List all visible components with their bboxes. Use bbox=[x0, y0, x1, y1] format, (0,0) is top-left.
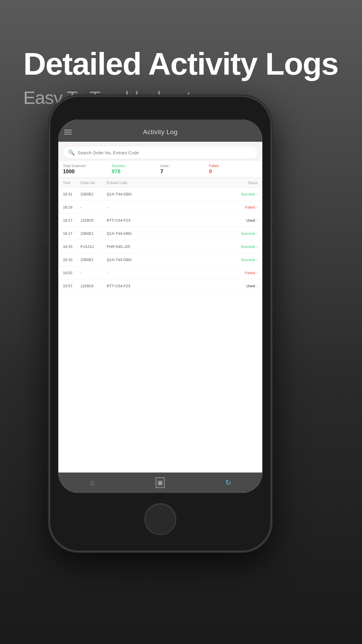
total-label: Total Scanned : bbox=[63, 164, 112, 168]
table-row[interactable]: 16:19 - - Failed › bbox=[58, 201, 262, 214]
row-status-5: Success › bbox=[231, 257, 258, 262]
app-header: Activity Log bbox=[58, 120, 262, 142]
search-input[interactable] bbox=[78, 150, 252, 155]
failed-value: 0 bbox=[209, 169, 258, 175]
row-status-6: Failed › bbox=[231, 270, 258, 275]
row-order-5: 2360E1 bbox=[80, 258, 107, 262]
row-chevron-0: › bbox=[256, 192, 258, 196]
stat-used: Used : 7 bbox=[160, 164, 209, 175]
nav-sync[interactable]: ↻ bbox=[194, 473, 262, 493]
row-entrant-4: FHR-54G-J25 bbox=[107, 244, 231, 249]
search-bar[interactable]: 🔍 bbox=[63, 146, 258, 159]
row-status-7: Used › bbox=[231, 284, 258, 288]
row-status-1: Failed › bbox=[231, 205, 258, 209]
row-entrant-7: RTT-CS4-F23 bbox=[107, 284, 231, 288]
row-entrant-0: Q1A-T44-GBG bbox=[107, 192, 231, 196]
row-entrant-6: - bbox=[107, 271, 231, 275]
phone-screen: Activity Log 🔍 Total Scanned : 1000 Succ… bbox=[58, 120, 262, 493]
row-chevron-5: › bbox=[256, 257, 258, 262]
row-order-7: JJ29O3 bbox=[80, 284, 107, 288]
row-order-1: - bbox=[80, 205, 107, 209]
table-row[interactable]: 16:15 FU131J FHR-54G-J25 Success › bbox=[58, 240, 262, 253]
search-icon: 🔍 bbox=[68, 149, 75, 156]
stat-success: Success : 978 bbox=[112, 164, 160, 175]
nav-scan[interactable]: ▣ bbox=[126, 473, 194, 493]
home-icon: ⌂ bbox=[90, 479, 94, 487]
col-header-status: Status bbox=[231, 181, 258, 185]
row-chevron-7: › bbox=[256, 284, 258, 288]
used-value: 7 bbox=[160, 169, 209, 175]
col-header-time: Time bbox=[63, 181, 80, 185]
success-label: Success : bbox=[112, 164, 160, 168]
app-ui: Activity Log 🔍 Total Scanned : 1000 Succ… bbox=[58, 120, 262, 493]
row-time-6: 16:02 bbox=[63, 271, 80, 275]
table-row[interactable]: 16:10 2360E1 Q1A-T44-GBG Success › bbox=[58, 253, 262, 266]
row-status-4: Success › bbox=[231, 244, 258, 249]
row-time-5: 16:10 bbox=[63, 258, 80, 262]
used-label: Used : bbox=[160, 164, 209, 168]
row-order-0: 2360E1 bbox=[80, 192, 107, 196]
row-chevron-3: › bbox=[256, 231, 258, 236]
row-order-4: FU131J bbox=[80, 244, 107, 249]
stats-row: Total Scanned : 1000 Success : 978 Used … bbox=[58, 161, 262, 177]
phone-home-button[interactable] bbox=[144, 503, 176, 535]
col-header-order: Order No. bbox=[80, 181, 107, 185]
bottom-nav: ⌂ ▣ ↻ bbox=[58, 473, 262, 493]
hamburger-menu[interactable] bbox=[64, 130, 72, 134]
table-body: 16:31 2360E1 Q1A-T44-GBG Success › 16:19… bbox=[58, 188, 262, 473]
table-row[interactable]: 16:17 2360E1 Q1A-T44-GBG Success › bbox=[58, 227, 262, 240]
row-entrant-1: - bbox=[107, 205, 231, 209]
table-header: Time Order No. Entrant Code Status bbox=[58, 178, 262, 188]
stat-failed: Failed : 0 bbox=[209, 164, 258, 175]
stat-total: Total Scanned : 1000 bbox=[63, 164, 112, 175]
row-time-7: 15:57 bbox=[63, 284, 80, 288]
row-entrant-3: Q1A-T44-GBG bbox=[107, 231, 231, 236]
table-row[interactable]: 16:31 2360E1 Q1A-T44-GBG Success › bbox=[58, 188, 262, 201]
failed-label: Failed : bbox=[209, 164, 258, 168]
scan-icon: ▣ bbox=[156, 477, 165, 488]
phone-camera bbox=[158, 102, 162, 106]
row-order-6: - bbox=[80, 271, 107, 275]
row-entrant-2: RTT-CS4-F23 bbox=[107, 218, 231, 223]
row-order-2: JJ29O3 bbox=[80, 218, 107, 223]
row-time-3: 16:17 bbox=[63, 231, 80, 236]
nav-home[interactable]: ⌂ bbox=[58, 473, 126, 493]
row-status-2: Used › bbox=[231, 218, 258, 223]
table-row[interactable]: 15:57 JJ29O3 RTT-CS4-F23 Used › bbox=[58, 279, 262, 293]
success-value: 978 bbox=[112, 169, 160, 175]
col-header-entrant: Entrant Code bbox=[107, 181, 231, 185]
hero-title: Detailed Activity Logs bbox=[23, 47, 338, 81]
row-chevron-1: › bbox=[256, 205, 258, 209]
table-row[interactable]: 16:17 JJ29O3 RTT-CS4-F23 Used › bbox=[58, 214, 262, 227]
phone-frame: Activity Log 🔍 Total Scanned : 1000 Succ… bbox=[50, 96, 271, 551]
row-time-0: 16:31 bbox=[63, 192, 80, 196]
row-time-1: 16:19 bbox=[63, 205, 80, 209]
sync-icon: ↻ bbox=[225, 479, 231, 487]
row-time-2: 16:17 bbox=[63, 218, 80, 223]
row-chevron-6: › bbox=[256, 270, 258, 275]
table-row[interactable]: 16:02 - - Failed › bbox=[58, 266, 262, 279]
row-entrant-5: Q1A-T44-GBG bbox=[107, 258, 231, 262]
row-status-0: Success › bbox=[231, 192, 258, 196]
total-value: 1000 bbox=[63, 169, 112, 175]
app-title: Activity Log bbox=[143, 128, 178, 136]
row-chevron-2: › bbox=[256, 218, 258, 223]
row-chevron-4: › bbox=[256, 244, 258, 249]
row-time-4: 16:15 bbox=[63, 244, 80, 249]
row-order-3: 2360E1 bbox=[80, 231, 107, 236]
row-status-3: Success › bbox=[231, 231, 258, 236]
